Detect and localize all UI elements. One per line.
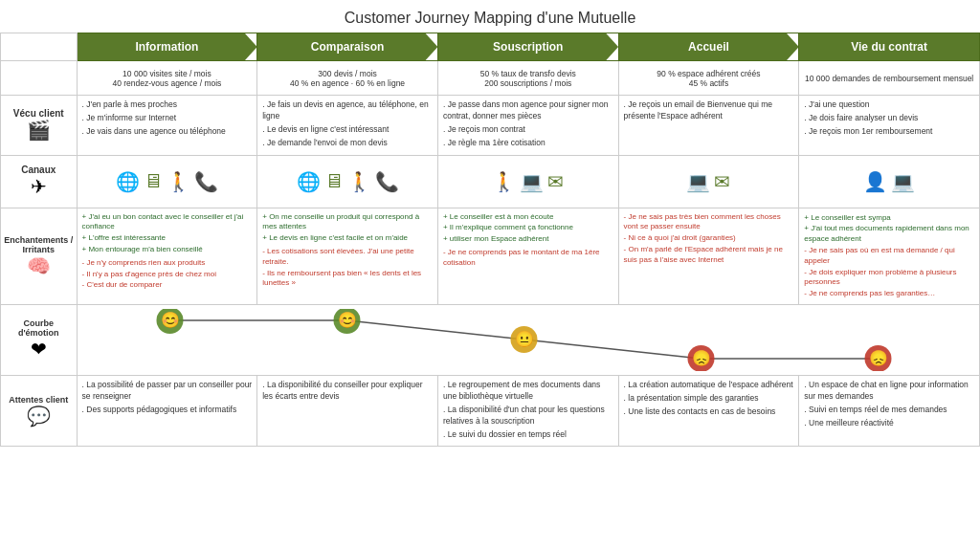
canaux-cell-information: 🌐🖥🚶📞 bbox=[77, 155, 257, 208]
vecu-cell-souscription: . Je passe dans mon agence pour signer m… bbox=[437, 96, 618, 156]
phase-stats-comparaison: 300 devis / mois40 % en agence · 60 % en… bbox=[257, 61, 438, 96]
enchantements-cell-vie-contrat: + Le conseiller est sympa+ J'ai tout mes… bbox=[799, 208, 980, 304]
canaux-cell-vie-contrat: 👤💻 bbox=[799, 155, 980, 208]
canaux-cell-accueil: 💻✉ bbox=[618, 155, 799, 208]
attentes-cell-vie-contrat: . Un espace de chat en ligne pour inform… bbox=[799, 375, 980, 446]
phase-header-accueil: Accueil bbox=[618, 33, 799, 61]
canaux-cell-comparaison: 🌐🖥🚶📞 bbox=[257, 155, 438, 208]
attentes-cell-souscription: . Le regroupement de mes documents dans … bbox=[437, 375, 618, 446]
row-label-canaux: Canaux✈ bbox=[1, 155, 78, 208]
enchantements-cell-information: + J'ai eu un bon contact avec le conseil… bbox=[77, 208, 257, 304]
row-label-attentes: Attentes client💬 bbox=[1, 375, 78, 446]
canaux-cell-souscription: 🚶💻✉ bbox=[437, 155, 618, 208]
phase-stats-vie-contrat: 10 000 demandes de remboursement mensuel bbox=[799, 61, 980, 96]
phase-stats-souscription: 50 % taux de transfo devis200 souscripti… bbox=[437, 61, 618, 96]
vecu-cell-accueil: . Je reçois un email de Bienvenue qui me… bbox=[618, 96, 799, 156]
journey-map-table: InformationComparaisonSouscriptionAccuei… bbox=[0, 33, 980, 447]
phase-header-souscription: Souscription bbox=[437, 33, 618, 61]
svg-text:😞: 😞 bbox=[868, 349, 887, 367]
enchantements-cell-comparaison: + On me conseille un produit qui corresp… bbox=[257, 208, 438, 304]
enchantements-cell-accueil: - Je ne sais pas très bien comment les c… bbox=[618, 208, 799, 304]
row-label-enchantements: Enchantements / Irritants🧠 bbox=[1, 208, 78, 304]
page-title: Customer Journey Mapping d'une Mutuelle bbox=[0, 0, 980, 33]
vecu-cell-comparaison: . Je fais un devis en agence, au télépho… bbox=[257, 96, 438, 156]
phase-header-comparaison: Comparaison bbox=[257, 33, 438, 61]
attentes-cell-accueil: . La création automatique de l'espace ad… bbox=[618, 375, 799, 446]
phase-stats-information: 10 000 visites site / mois40 rendez-vous… bbox=[77, 61, 257, 96]
phase-header-vie-contrat: Vie du contrat bbox=[799, 33, 980, 61]
svg-text:😊: 😊 bbox=[160, 311, 179, 329]
svg-text:😐: 😐 bbox=[514, 330, 533, 348]
svg-text:😞: 😞 bbox=[691, 349, 710, 367]
enchantements-cell-souscription: + Le conseiller est à mon écoute+ Il m'e… bbox=[437, 208, 618, 304]
svg-text:😊: 😊 bbox=[337, 311, 356, 329]
vecu-cell-information: . J'en parle à mes proches. Je m'informe… bbox=[77, 96, 257, 156]
emotion-row: 😊😊😐😞😞 bbox=[77, 304, 979, 375]
vecu-cell-vie-contrat: . J'ai une question. Je dois faire analy… bbox=[799, 96, 980, 156]
row-label-emotion: Courbe d'émotion❤ bbox=[1, 304, 78, 375]
attentes-cell-information: . La possibilité de passer par un consei… bbox=[77, 375, 257, 446]
attentes-cell-comparaison: . La disponibilité du conseiller pour ex… bbox=[257, 375, 438, 446]
phase-stats-accueil: 90 % espace adhérent créés45 % actifs bbox=[618, 61, 799, 96]
row-label-vecu: Vécu client🎬 bbox=[1, 96, 78, 156]
phase-header-information: Information bbox=[77, 33, 257, 61]
